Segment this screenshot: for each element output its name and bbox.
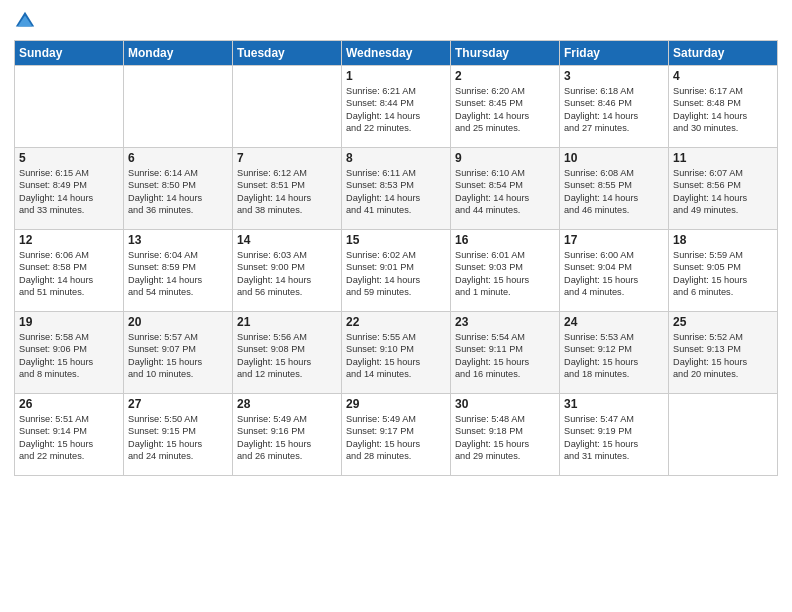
calendar-cell: 3Sunrise: 6:18 AM Sunset: 8:46 PM Daylig…	[560, 66, 669, 148]
day-number: 26	[19, 397, 119, 411]
logo-icon	[14, 10, 36, 32]
cell-info: Sunrise: 6:00 AM Sunset: 9:04 PM Dayligh…	[564, 249, 664, 299]
calendar-cell: 17Sunrise: 6:00 AM Sunset: 9:04 PM Dayli…	[560, 230, 669, 312]
header	[14, 10, 778, 32]
calendar-cell: 28Sunrise: 5:49 AM Sunset: 9:16 PM Dayli…	[233, 394, 342, 476]
logo	[14, 10, 40, 32]
day-number: 8	[346, 151, 446, 165]
calendar-cell: 18Sunrise: 5:59 AM Sunset: 9:05 PM Dayli…	[669, 230, 778, 312]
day-header-monday: Monday	[124, 41, 233, 66]
calendar-cell: 9Sunrise: 6:10 AM Sunset: 8:54 PM Daylig…	[451, 148, 560, 230]
day-number: 17	[564, 233, 664, 247]
day-number: 28	[237, 397, 337, 411]
calendar-cell: 21Sunrise: 5:56 AM Sunset: 9:08 PM Dayli…	[233, 312, 342, 394]
calendar-cell	[124, 66, 233, 148]
day-number: 29	[346, 397, 446, 411]
day-number: 7	[237, 151, 337, 165]
calendar-cell: 19Sunrise: 5:58 AM Sunset: 9:06 PM Dayli…	[15, 312, 124, 394]
calendar-cell: 20Sunrise: 5:57 AM Sunset: 9:07 PM Dayli…	[124, 312, 233, 394]
day-number: 16	[455, 233, 555, 247]
calendar-cell: 1Sunrise: 6:21 AM Sunset: 8:44 PM Daylig…	[342, 66, 451, 148]
day-header-sunday: Sunday	[15, 41, 124, 66]
day-number: 4	[673, 69, 773, 83]
day-number: 10	[564, 151, 664, 165]
calendar-cell: 22Sunrise: 5:55 AM Sunset: 9:10 PM Dayli…	[342, 312, 451, 394]
cell-info: Sunrise: 5:56 AM Sunset: 9:08 PM Dayligh…	[237, 331, 337, 381]
day-header-friday: Friday	[560, 41, 669, 66]
calendar-cell: 16Sunrise: 6:01 AM Sunset: 9:03 PM Dayli…	[451, 230, 560, 312]
cell-info: Sunrise: 5:54 AM Sunset: 9:11 PM Dayligh…	[455, 331, 555, 381]
calendar-cell: 14Sunrise: 6:03 AM Sunset: 9:00 PM Dayli…	[233, 230, 342, 312]
cell-info: Sunrise: 5:58 AM Sunset: 9:06 PM Dayligh…	[19, 331, 119, 381]
cell-info: Sunrise: 5:47 AM Sunset: 9:19 PM Dayligh…	[564, 413, 664, 463]
calendar-cell: 5Sunrise: 6:15 AM Sunset: 8:49 PM Daylig…	[15, 148, 124, 230]
week-row-2: 5Sunrise: 6:15 AM Sunset: 8:49 PM Daylig…	[15, 148, 778, 230]
cell-info: Sunrise: 6:11 AM Sunset: 8:53 PM Dayligh…	[346, 167, 446, 217]
cell-info: Sunrise: 6:01 AM Sunset: 9:03 PM Dayligh…	[455, 249, 555, 299]
cell-info: Sunrise: 5:51 AM Sunset: 9:14 PM Dayligh…	[19, 413, 119, 463]
calendar-cell: 4Sunrise: 6:17 AM Sunset: 8:48 PM Daylig…	[669, 66, 778, 148]
cell-info: Sunrise: 6:15 AM Sunset: 8:49 PM Dayligh…	[19, 167, 119, 217]
day-number: 15	[346, 233, 446, 247]
calendar-cell: 26Sunrise: 5:51 AM Sunset: 9:14 PM Dayli…	[15, 394, 124, 476]
week-row-1: 1Sunrise: 6:21 AM Sunset: 8:44 PM Daylig…	[15, 66, 778, 148]
calendar-cell: 13Sunrise: 6:04 AM Sunset: 8:59 PM Dayli…	[124, 230, 233, 312]
calendar-table: SundayMondayTuesdayWednesdayThursdayFrid…	[14, 40, 778, 476]
cell-info: Sunrise: 5:49 AM Sunset: 9:17 PM Dayligh…	[346, 413, 446, 463]
calendar-cell: 29Sunrise: 5:49 AM Sunset: 9:17 PM Dayli…	[342, 394, 451, 476]
cell-info: Sunrise: 5:52 AM Sunset: 9:13 PM Dayligh…	[673, 331, 773, 381]
cell-info: Sunrise: 6:17 AM Sunset: 8:48 PM Dayligh…	[673, 85, 773, 135]
day-number: 19	[19, 315, 119, 329]
day-number: 14	[237, 233, 337, 247]
day-number: 13	[128, 233, 228, 247]
calendar-cell: 27Sunrise: 5:50 AM Sunset: 9:15 PM Dayli…	[124, 394, 233, 476]
calendar-cell	[15, 66, 124, 148]
cell-info: Sunrise: 5:49 AM Sunset: 9:16 PM Dayligh…	[237, 413, 337, 463]
cell-info: Sunrise: 6:08 AM Sunset: 8:55 PM Dayligh…	[564, 167, 664, 217]
cell-info: Sunrise: 6:14 AM Sunset: 8:50 PM Dayligh…	[128, 167, 228, 217]
day-number: 3	[564, 69, 664, 83]
day-number: 21	[237, 315, 337, 329]
calendar-cell	[669, 394, 778, 476]
week-row-3: 12Sunrise: 6:06 AM Sunset: 8:58 PM Dayli…	[15, 230, 778, 312]
calendar-cell: 8Sunrise: 6:11 AM Sunset: 8:53 PM Daylig…	[342, 148, 451, 230]
cell-info: Sunrise: 6:20 AM Sunset: 8:45 PM Dayligh…	[455, 85, 555, 135]
day-number: 1	[346, 69, 446, 83]
calendar-cell: 7Sunrise: 6:12 AM Sunset: 8:51 PM Daylig…	[233, 148, 342, 230]
cell-info: Sunrise: 6:10 AM Sunset: 8:54 PM Dayligh…	[455, 167, 555, 217]
day-number: 20	[128, 315, 228, 329]
day-number: 25	[673, 315, 773, 329]
calendar-cell	[233, 66, 342, 148]
cell-info: Sunrise: 6:18 AM Sunset: 8:46 PM Dayligh…	[564, 85, 664, 135]
day-number: 11	[673, 151, 773, 165]
day-header-saturday: Saturday	[669, 41, 778, 66]
day-number: 5	[19, 151, 119, 165]
calendar-cell: 6Sunrise: 6:14 AM Sunset: 8:50 PM Daylig…	[124, 148, 233, 230]
cell-info: Sunrise: 5:57 AM Sunset: 9:07 PM Dayligh…	[128, 331, 228, 381]
day-header-thursday: Thursday	[451, 41, 560, 66]
day-header-wednesday: Wednesday	[342, 41, 451, 66]
cell-info: Sunrise: 5:53 AM Sunset: 9:12 PM Dayligh…	[564, 331, 664, 381]
day-number: 2	[455, 69, 555, 83]
cell-info: Sunrise: 6:04 AM Sunset: 8:59 PM Dayligh…	[128, 249, 228, 299]
day-number: 12	[19, 233, 119, 247]
calendar-cell: 30Sunrise: 5:48 AM Sunset: 9:18 PM Dayli…	[451, 394, 560, 476]
day-number: 24	[564, 315, 664, 329]
day-number: 23	[455, 315, 555, 329]
day-number: 18	[673, 233, 773, 247]
calendar-cell: 24Sunrise: 5:53 AM Sunset: 9:12 PM Dayli…	[560, 312, 669, 394]
calendar-cell: 25Sunrise: 5:52 AM Sunset: 9:13 PM Dayli…	[669, 312, 778, 394]
calendar-cell: 12Sunrise: 6:06 AM Sunset: 8:58 PM Dayli…	[15, 230, 124, 312]
day-number: 9	[455, 151, 555, 165]
cell-info: Sunrise: 5:55 AM Sunset: 9:10 PM Dayligh…	[346, 331, 446, 381]
week-row-4: 19Sunrise: 5:58 AM Sunset: 9:06 PM Dayli…	[15, 312, 778, 394]
day-number: 30	[455, 397, 555, 411]
cell-info: Sunrise: 6:12 AM Sunset: 8:51 PM Dayligh…	[237, 167, 337, 217]
cell-info: Sunrise: 6:07 AM Sunset: 8:56 PM Dayligh…	[673, 167, 773, 217]
day-number: 6	[128, 151, 228, 165]
cell-info: Sunrise: 5:48 AM Sunset: 9:18 PM Dayligh…	[455, 413, 555, 463]
calendar-cell: 23Sunrise: 5:54 AM Sunset: 9:11 PM Dayli…	[451, 312, 560, 394]
week-row-5: 26Sunrise: 5:51 AM Sunset: 9:14 PM Dayli…	[15, 394, 778, 476]
cell-info: Sunrise: 6:21 AM Sunset: 8:44 PM Dayligh…	[346, 85, 446, 135]
calendar-cell: 31Sunrise: 5:47 AM Sunset: 9:19 PM Dayli…	[560, 394, 669, 476]
